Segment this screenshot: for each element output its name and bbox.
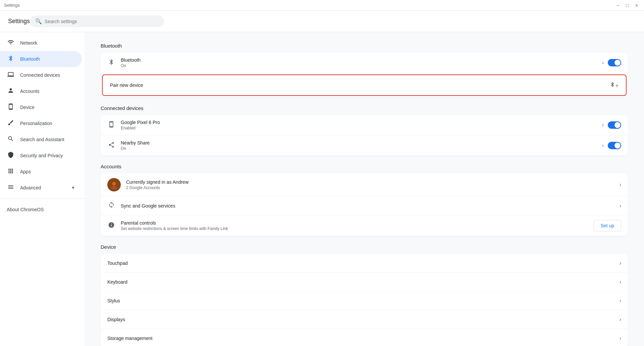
bluetooth-icon bbox=[7, 55, 15, 63]
sidebar-item-personalization[interactable]: Personalization bbox=[0, 115, 82, 131]
parental-controls-title: Parental controls bbox=[121, 220, 594, 226]
pixel-row[interactable]: Google Pixel 6 Pro Enabled › bbox=[101, 115, 628, 135]
close-button[interactable]: × bbox=[633, 2, 640, 9]
sidebar-item-network[interactable]: Network bbox=[0, 35, 82, 51]
sync-row-content: Sync and Google services bbox=[121, 203, 620, 209]
title-bar: Settings − □ × bbox=[0, 0, 644, 11]
setup-button[interactable]: Set up bbox=[594, 220, 621, 231]
apps-icon bbox=[7, 168, 15, 176]
device-section-title: Device bbox=[101, 244, 628, 250]
nearby-share-row-right: › bbox=[602, 142, 621, 149]
connected-devices-card: Google Pixel 6 Pro Enabled › Nearby Shar… bbox=[101, 115, 628, 156]
parental-controls-subtitle: Set website restrictions & screen time l… bbox=[121, 226, 594, 231]
pixel-toggle[interactable] bbox=[608, 121, 621, 129]
sidebar-item-network-label: Network bbox=[20, 40, 37, 46]
main-content: Bluetooth Bluetooth On › bbox=[85, 32, 644, 346]
top-header: Settings 🔍 bbox=[0, 11, 644, 32]
bluetooth-toggle-row[interactable]: Bluetooth On › bbox=[101, 53, 628, 73]
nearby-share-toggle[interactable] bbox=[608, 142, 621, 149]
account-count-label: 2 Google Accounts bbox=[126, 185, 620, 190]
sidebar-item-connected-devices[interactable]: Connected devices bbox=[0, 67, 82, 83]
pair-device-row[interactable]: Pair new device + bbox=[103, 76, 625, 95]
keyboard-row[interactable]: Keyboard › bbox=[101, 273, 628, 291]
advanced-arrow-icon: ▼ bbox=[71, 185, 75, 190]
pixel-row-content: Google Pixel 6 Pro Enabled bbox=[121, 120, 602, 130]
storage-row[interactable]: Storage management › bbox=[101, 329, 628, 346]
accounts-icon bbox=[7, 87, 15, 96]
sidebar: Network Bluetooth Connected devices Acco… bbox=[0, 32, 85, 346]
storage-content: Storage management bbox=[107, 336, 620, 341]
displays-title: Displays bbox=[107, 317, 620, 322]
nearby-share-row[interactable]: Nearby Share On › bbox=[101, 135, 628, 156]
sync-row[interactable]: Sync and Google services › bbox=[101, 196, 628, 215]
keyboard-chevron-icon: › bbox=[620, 279, 621, 285]
account-signed-in-label: Currently signed in as Andrew bbox=[126, 179, 620, 185]
pair-device-highlighted[interactable]: Pair new device + bbox=[102, 74, 627, 96]
sidebar-item-security-label: Security and Privacy bbox=[20, 153, 63, 158]
pixel-row-subtitle: Enabled bbox=[121, 126, 602, 130]
sidebar-item-security[interactable]: Security and Privacy bbox=[0, 148, 82, 164]
touchpad-title: Touchpad bbox=[107, 261, 620, 266]
window-controls: − □ × bbox=[614, 2, 640, 9]
nearby-share-icon bbox=[107, 141, 115, 150]
account-row[interactable]: Currently signed in as Andrew 2 Google A… bbox=[101, 173, 628, 196]
storage-chevron-icon: › bbox=[620, 335, 621, 341]
displays-row[interactable]: Displays › bbox=[101, 310, 628, 329]
bluetooth-chevron-icon: › bbox=[602, 60, 604, 66]
sync-chevron-icon: › bbox=[620, 203, 621, 209]
user-avatar bbox=[107, 178, 121, 191]
sidebar-item-about[interactable]: About ChromeOS bbox=[0, 201, 82, 218]
window-title: Settings bbox=[4, 3, 20, 8]
keyboard-title: Keyboard bbox=[107, 279, 620, 285]
nearby-share-chevron-icon: › bbox=[602, 142, 604, 149]
pixel-row-right: › bbox=[602, 121, 621, 129]
sidebar-item-apps[interactable]: Apps bbox=[0, 164, 82, 180]
sidebar-item-search-label: Search and Assistant bbox=[20, 137, 64, 142]
storage-title: Storage management bbox=[107, 336, 620, 341]
svg-point-1 bbox=[112, 182, 116, 186]
svg-point-2 bbox=[111, 186, 117, 190]
nearby-share-title: Nearby Share bbox=[121, 140, 602, 146]
personalization-icon bbox=[7, 119, 15, 128]
network-icon bbox=[7, 39, 15, 47]
bluetooth-row-title: Bluetooth bbox=[121, 57, 602, 63]
connected-devices-section-title: Connected devices bbox=[101, 105, 628, 111]
search-assistant-icon bbox=[7, 135, 15, 144]
sidebar-item-device[interactable]: Device bbox=[0, 99, 82, 115]
sidebar-item-search[interactable]: Search and Assistant bbox=[0, 131, 82, 148]
bluetooth-scanning-icon: + bbox=[609, 81, 619, 89]
touchpad-row[interactable]: Touchpad › bbox=[101, 254, 628, 273]
stylus-content: Stylus bbox=[107, 298, 620, 303]
search-input[interactable] bbox=[45, 19, 159, 24]
displays-content: Displays bbox=[107, 317, 620, 322]
advanced-left: Advanced bbox=[7, 184, 41, 192]
bluetooth-row-icon bbox=[107, 59, 115, 67]
accounts-card: Currently signed in as Andrew 2 Google A… bbox=[101, 173, 628, 236]
sidebar-item-bluetooth[interactable]: Bluetooth bbox=[0, 51, 82, 67]
maximize-button[interactable]: □ bbox=[624, 2, 631, 9]
sidebar-item-connected-devices-label: Connected devices bbox=[20, 72, 60, 78]
account-row-content: Currently signed in as Andrew 2 Google A… bbox=[126, 179, 620, 190]
pair-device-content: Pair new device bbox=[110, 82, 609, 88]
sidebar-item-accounts[interactable]: Accounts bbox=[0, 83, 82, 99]
pair-device-right: + bbox=[609, 81, 619, 89]
nearby-share-subtitle: On bbox=[121, 146, 602, 151]
sidebar-item-personalization-label: Personalization bbox=[20, 121, 52, 126]
bluetooth-card: Bluetooth On › Pair new device + bbox=[101, 53, 628, 97]
keyboard-content: Keyboard bbox=[107, 279, 620, 285]
pair-device-title: Pair new device bbox=[110, 82, 609, 88]
sidebar-item-about-label: About ChromeOS bbox=[7, 207, 44, 212]
touchpad-content: Touchpad bbox=[107, 261, 620, 266]
sidebar-item-advanced[interactable]: Advanced ▼ bbox=[0, 180, 82, 196]
bluetooth-toggle[interactable] bbox=[608, 59, 621, 66]
search-bar[interactable]: 🔍 bbox=[30, 15, 164, 27]
sidebar-item-device-label: Device bbox=[20, 105, 35, 110]
sidebar-item-bluetooth-label: Bluetooth bbox=[20, 56, 40, 62]
stylus-title: Stylus bbox=[107, 298, 620, 303]
parental-controls-row[interactable]: Parental controls Set website restrictio… bbox=[101, 215, 628, 236]
minimize-button[interactable]: − bbox=[614, 2, 621, 9]
stylus-row[interactable]: Stylus › bbox=[101, 291, 628, 310]
displays-chevron-icon: › bbox=[620, 316, 621, 323]
security-icon bbox=[7, 152, 15, 160]
account-chevron-icon: › bbox=[620, 182, 621, 188]
